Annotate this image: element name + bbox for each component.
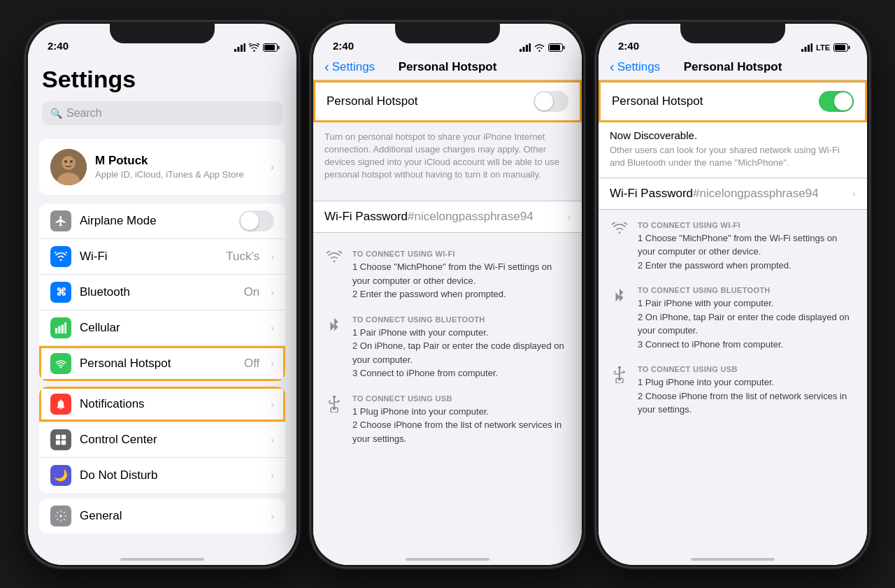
connect-bt-steps: 1 Pair iPhone with your computer.2 On iP… — [352, 326, 571, 380]
dnd-label: Do Not Disturb — [80, 468, 262, 482]
hotspot-toggle-row-2[interactable]: Personal Hotspot — [315, 83, 580, 120]
discoverable-note: Now Discoverable. — [599, 122, 867, 144]
settings-header: Settings 🔍 Search — [28, 55, 296, 131]
wifi-value: Tuck's — [226, 250, 259, 264]
bluetooth-symbol: ⌘ — [56, 286, 66, 299]
bt-connect-svg — [329, 317, 340, 332]
battery-icon-2 — [548, 43, 565, 52]
svg-rect-32 — [333, 408, 336, 410]
status-time-2: 2:40 — [333, 40, 354, 52]
settings-item-wifi[interactable]: Wi-Fi Tuck's › — [39, 239, 285, 275]
nav-back-2[interactable]: ‹ Settings — [324, 59, 375, 75]
svg-rect-45 — [835, 45, 845, 50]
home-indicator-2 — [406, 558, 489, 561]
dnd-chevron-icon: › — [271, 470, 274, 481]
wifi-pw-chevron-icon: › — [567, 211, 571, 222]
settings-item-dnd[interactable]: 🌙 Do Not Disturb › — [39, 458, 285, 493]
dnd-icon: 🌙 — [50, 465, 71, 486]
svg-point-8 — [62, 156, 76, 170]
svg-rect-27 — [564, 45, 565, 49]
profile-info: M Potuck Apple ID, iCloud, iTunes & App … — [95, 154, 262, 180]
moon-symbol: 🌙 — [54, 468, 68, 482]
hotspot-svg — [55, 358, 66, 369]
hotspot-toggle-2[interactable] — [534, 91, 568, 112]
svg-rect-41 — [808, 45, 810, 52]
cellular-svg — [55, 322, 66, 334]
general-chevron-icon: › — [271, 510, 274, 522]
svg-point-10 — [64, 160, 67, 163]
notifications-label: Notifications — [80, 397, 262, 411]
hotspot-label: Personal Hotspot — [80, 357, 236, 371]
wifi-settings-icon — [50, 246, 71, 267]
connect-wifi-heading: TO CONNECT USING WI-FI — [352, 250, 571, 258]
signal-icon-2 — [520, 43, 531, 52]
svg-rect-20 — [62, 440, 66, 444]
wifi-icon-2 — [534, 43, 545, 52]
settings-item-general[interactable]: General › — [39, 499, 285, 533]
hotspot-icon — [50, 353, 71, 374]
nav-bar-2: ‹ Settings Personal Hotspot — [313, 55, 582, 80]
hotspot-toggle-section-3: Personal Hotspot Now Discoverable. Other… — [599, 80, 867, 178]
back-chevron-icon: ‹ — [324, 59, 329, 75]
settings-item-bluetooth[interactable]: ⌘ Bluetooth On › — [39, 275, 285, 310]
connect-usb-3: TO CONNECT USING USB 1 Plug iPhone into … — [610, 365, 856, 417]
connect-usb-text-3: TO CONNECT USING USB 1 Plug iPhone into … — [638, 365, 856, 417]
nav-back-3[interactable]: ‹ Settings — [610, 59, 660, 75]
profile-section[interactable]: M Potuck Apple ID, iCloud, iTunes & App … — [39, 139, 285, 195]
search-bar[interactable]: 🔍 Search — [42, 101, 282, 125]
settings-item-cellular[interactable]: Cellular › — [39, 310, 285, 346]
svg-rect-2 — [241, 45, 243, 52]
settings-item-control[interactable]: Control Center › — [39, 422, 285, 458]
profile-subtitle: Apple ID, iCloud, iTunes & App Store — [95, 169, 262, 180]
cellular-icon — [50, 317, 71, 338]
connect-bt-icon — [324, 317, 344, 332]
connect-bluetooth-3: TO CONNECT USING BLUETOOTH 1 Pair iPhone… — [610, 286, 856, 351]
home-indicator-1 — [120, 558, 204, 561]
general-svg — [55, 510, 66, 522]
svg-rect-18 — [62, 434, 66, 438]
svg-rect-1 — [238, 47, 240, 52]
battery-icon-3 — [833, 43, 850, 52]
status-icons-1 — [234, 43, 280, 52]
svg-rect-3 — [244, 43, 246, 52]
svg-rect-25 — [529, 43, 531, 52]
hotspot-content-2: Personal Hotspot Turn on personal hotspo… — [313, 80, 582, 565]
iphone-1: 2:40 — [26, 22, 299, 567]
profile-name: M Potuck — [95, 154, 262, 168]
settings-item-airplane[interactable]: Airplane Mode — [39, 203, 285, 239]
airplane-toggle[interactable] — [239, 210, 274, 231]
svg-rect-22 — [520, 49, 522, 52]
settings-title: Settings — [42, 66, 282, 93]
connect-bt-text: TO CONNECT USING BLUETOOTH 1 Pair iPhone… — [352, 315, 571, 380]
home-indicator-3 — [691, 558, 775, 561]
nav-bar-3: ‹ Settings Personal Hotspot — [599, 55, 867, 80]
bluetooth-label: Bluetooth — [80, 285, 236, 299]
svg-rect-23 — [523, 47, 525, 52]
connect-wifi-3: TO CONNECT USING WI-FI 1 Choose "MichPho… — [610, 221, 856, 273]
general-icon — [50, 505, 71, 526]
hotspot-content-3: Personal Hotspot Now Discoverable. Other… — [599, 80, 867, 565]
wifi-password-row-3[interactable]: Wi-Fi Password #nicelongpassphrase94 › — [599, 178, 867, 210]
hotspot-chevron-icon: › — [271, 358, 274, 369]
svg-rect-28 — [550, 45, 560, 50]
status-time-3: 2:40 — [618, 40, 639, 52]
hotspot-toggle-3[interactable] — [819, 91, 854, 112]
battery-icon — [263, 43, 280, 52]
svg-rect-44 — [849, 45, 850, 49]
svg-rect-0 — [234, 49, 236, 52]
phones-container: 2:40 — [12, 8, 883, 581]
settings-item-hotspot[interactable]: Personal Hotspot Off › — [39, 346, 285, 381]
connect-bt-steps-3: 1 Pair iPhone with your computer.2 On iP… — [638, 296, 856, 351]
svg-point-21 — [59, 515, 62, 517]
wifi-password-row-2[interactable]: Wi-Fi Password #nicelongpassphrase94 › — [313, 201, 582, 233]
connect-usb-icon — [324, 396, 344, 413]
svg-rect-30 — [334, 398, 335, 408]
hotspot-toggle-row-3[interactable]: Personal Hotspot — [601, 83, 865, 120]
nav-title-2: Personal Hotspot — [399, 60, 497, 74]
svg-rect-47 — [619, 368, 620, 378]
search-placeholder: Search — [66, 107, 102, 120]
settings-item-notifications[interactable]: Notifications › — [39, 387, 285, 422]
connect-bt-icon-3 — [610, 287, 629, 303]
discoverable-sub: Other users can look for your shared net… — [599, 144, 867, 178]
control-chevron-icon: › — [271, 434, 274, 445]
